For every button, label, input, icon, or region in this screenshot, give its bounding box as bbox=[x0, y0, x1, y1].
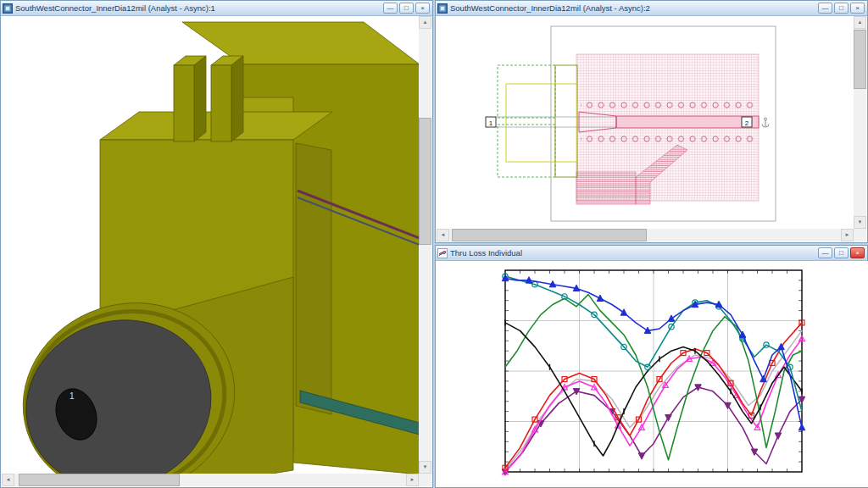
view3d-horizontal-scrollbar[interactable]: ◄ ► bbox=[2, 474, 419, 486]
window-3d-title: SouthWestConnector_InnerDia12mil (Analys… bbox=[15, 3, 381, 13]
mdi-workspace: { "icons": { "minimize": "—", "maximize"… bbox=[0, 0, 868, 488]
window-2d-titlebar[interactable]: SouthWestConnector_InnerDia12mil (Analys… bbox=[436, 1, 867, 16]
graph-window-icon bbox=[437, 248, 448, 258]
minimize-button[interactable]: — bbox=[818, 247, 832, 258]
layout2d-horizontal-scrollbar[interactable]: ◄ ► bbox=[437, 229, 854, 241]
maximize-button[interactable]: □ bbox=[399, 3, 414, 14]
ground-hatch-block bbox=[576, 172, 636, 204]
scroll-up-icon[interactable]: ▲ bbox=[419, 16, 431, 29]
connector-3d-drawing: 1 bbox=[2, 16, 420, 474]
maximize-button[interactable]: □ bbox=[834, 247, 849, 258]
scroll-up-icon[interactable]: ▲ bbox=[854, 16, 866, 29]
scroll-right-icon[interactable]: ► bbox=[841, 229, 854, 241]
port1-label: 1 bbox=[489, 119, 493, 127]
connector-footprint bbox=[498, 65, 577, 177]
scroll-thumb[interactable] bbox=[854, 30, 866, 89]
close-button[interactable]: × bbox=[415, 3, 430, 14]
window-graph: Thru Loss Individual — □ × bbox=[435, 245, 868, 488]
port1-3d-label: 1 bbox=[70, 391, 75, 401]
layout-2d-drawing: 1 2 bbox=[437, 16, 855, 230]
scroll-down-icon[interactable]: ▼ bbox=[854, 216, 866, 229]
analyst-2d-window-icon bbox=[437, 3, 448, 14]
scroll-thumb[interactable] bbox=[419, 118, 431, 245]
ground-symbol-icon bbox=[762, 118, 769, 127]
window-3d-view: SouthWestConnector_InnerDia12mil (Analys… bbox=[0, 0, 433, 488]
connector-barrel: 1 bbox=[2, 276, 293, 474]
window-graph-title: Thru Loss Individual bbox=[450, 248, 815, 258]
close-button[interactable]: × bbox=[850, 247, 865, 258]
scrollbar-corner bbox=[854, 229, 866, 241]
scroll-thumb[interactable] bbox=[452, 229, 647, 241]
maximize-button[interactable]: □ bbox=[834, 3, 849, 14]
window-graph-titlebar[interactable]: Thru Loss Individual — □ × bbox=[436, 246, 867, 261]
via-row-bottom bbox=[581, 136, 754, 144]
window-3d-titlebar[interactable]: SouthWestConnector_InnerDia12mil (Analys… bbox=[1, 1, 432, 16]
scroll-thumb[interactable] bbox=[19, 474, 180, 486]
view3d-vertical-scrollbar[interactable]: ▲ ▼ bbox=[419, 16, 431, 474]
scroll-left-icon[interactable]: ◄ bbox=[437, 229, 449, 241]
port-2[interactable]: 2 bbox=[742, 117, 752, 127]
window-2d-layout: SouthWestConnector_InnerDia12mil (Analys… bbox=[435, 0, 868, 243]
scroll-right-icon[interactable]: ► bbox=[406, 474, 419, 486]
layout2d-vertical-scrollbar[interactable]: ▲ ▼ bbox=[854, 16, 866, 229]
minimize-button[interactable]: — bbox=[383, 3, 398, 14]
port-1[interactable]: 1 bbox=[486, 117, 496, 127]
close-button[interactable]: × bbox=[850, 3, 865, 14]
analyst-3d-window-icon bbox=[3, 3, 13, 14]
window-2d-title: SouthWestConnector_InnerDia12mil (Analys… bbox=[450, 3, 815, 13]
thru-loss-plot bbox=[437, 261, 868, 487]
graph-canvas[interactable] bbox=[437, 261, 868, 487]
minimize-button[interactable]: — bbox=[818, 3, 832, 14]
scrollbar-corner bbox=[419, 474, 431, 486]
via-row-top bbox=[581, 100, 754, 108]
port2-label: 2 bbox=[745, 119, 749, 127]
scroll-left-icon[interactable]: ◄ bbox=[2, 474, 14, 486]
connector-3d-model[interactable]: 1 bbox=[2, 22, 420, 474]
scroll-down-icon[interactable]: ▼ bbox=[419, 461, 431, 474]
layout2d-canvas[interactable]: 1 2 bbox=[437, 16, 855, 230]
view3d-canvas[interactable]: 1 bbox=[2, 16, 420, 474]
